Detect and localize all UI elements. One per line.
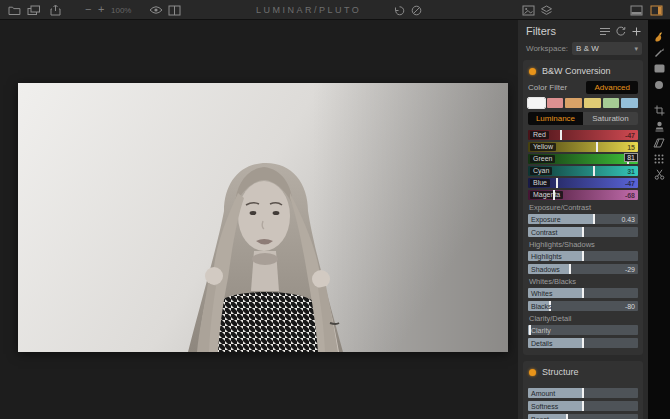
slider-label: Green xyxy=(530,155,555,163)
color-channel-slider[interactable]: Red -47 xyxy=(528,130,638,140)
slider-thumb[interactable] xyxy=(596,142,598,152)
stacked-layers-icon[interactable] xyxy=(540,4,553,16)
zoom-in-button[interactable]: + xyxy=(98,3,104,15)
preset-list-icon[interactable] xyxy=(600,27,610,36)
slider-thumb[interactable] xyxy=(553,190,555,200)
slider-value: 81 xyxy=(624,153,638,162)
advanced-button[interactable]: Advanced xyxy=(586,81,638,94)
edited-photo xyxy=(18,83,508,352)
filter-enabled-toggle[interactable] xyxy=(529,369,536,376)
adjustment-slider[interactable]: Softness xyxy=(528,401,638,411)
color-filter-label: Color Filter xyxy=(528,83,567,92)
slider-thumb[interactable] xyxy=(582,227,584,237)
bottom-panel-icon[interactable] xyxy=(630,4,643,16)
image-canvas-area xyxy=(0,20,518,419)
adjustment-slider[interactable]: Blacks -80 xyxy=(528,301,638,311)
slider-label: Blacks xyxy=(531,303,552,310)
tone-groups: Exposure/Contrast Exposure 0.43 Contrast… xyxy=(528,203,638,348)
eraser-icon[interactable] xyxy=(652,136,666,149)
undo-icon[interactable] xyxy=(393,4,405,16)
slider-thumb[interactable] xyxy=(593,166,595,176)
bw-conversion-card: B&W Conversion Color Filter Advanced Lum… xyxy=(523,60,643,355)
structure-card: Structure Amount Softness Boost xyxy=(523,361,643,419)
brush-icon[interactable] xyxy=(652,46,666,59)
slider-label: Whites xyxy=(531,290,552,297)
slider-label: Magenta xyxy=(530,191,563,199)
adjustment-slider[interactable]: Amount xyxy=(528,388,638,398)
zoom-out-button[interactable]: − xyxy=(85,3,91,15)
slider-value: -29 xyxy=(625,266,635,273)
slider-thumb[interactable] xyxy=(560,130,562,140)
folder-icon[interactable] xyxy=(8,4,21,16)
slider-label: Amount xyxy=(531,390,555,397)
top-toolbar: − + 100% LUMINAR/PLUTO xyxy=(0,0,670,20)
tab-luminance[interactable]: Luminance xyxy=(528,112,583,125)
zoom-level[interactable]: 100% xyxy=(111,4,131,16)
adjust-brush-icon[interactable] xyxy=(652,30,666,43)
radial-mask-icon[interactable] xyxy=(652,78,666,91)
swatch-row xyxy=(528,98,638,108)
slider-thumb[interactable] xyxy=(566,414,568,419)
adjustment-slider[interactable]: Whites xyxy=(528,288,638,298)
slider-value: -80 xyxy=(625,303,635,310)
eye-icon[interactable] xyxy=(149,4,163,16)
crop-icon[interactable] xyxy=(652,104,666,117)
tab-saturation[interactable]: Saturation xyxy=(583,112,638,125)
gradient-mask-icon[interactable] xyxy=(652,62,666,75)
compare-split-icon[interactable] xyxy=(168,4,181,16)
workspace-label: Workspace: xyxy=(526,44,568,53)
slider-thumb[interactable] xyxy=(569,264,571,274)
slider-label: Blue xyxy=(530,179,550,187)
color-swatch-red[interactable] xyxy=(547,98,564,108)
slider-thumb[interactable] xyxy=(582,288,584,298)
color-channel-slider[interactable]: Magenta -68 xyxy=(528,190,638,200)
color-swatch-orange[interactable] xyxy=(565,98,582,108)
slider-thumb[interactable] xyxy=(582,401,584,411)
discard-icon[interactable] xyxy=(411,4,422,16)
color-swatch-green[interactable] xyxy=(603,98,620,108)
scissors-icon[interactable] xyxy=(652,168,666,181)
filter-enabled-toggle[interactable] xyxy=(529,68,536,75)
luminar-app-window: − + 100% LUMINAR/PLUTO xyxy=(0,0,670,419)
adjustment-slider[interactable]: Clarity xyxy=(528,325,638,335)
slider-thumb[interactable] xyxy=(582,338,584,348)
export-icon[interactable] xyxy=(50,4,61,16)
reset-icon[interactable] xyxy=(616,26,626,36)
adjustment-slider[interactable]: Highlights xyxy=(528,251,638,261)
adjustment-slider[interactable]: Details xyxy=(528,338,638,348)
adjustment-slider[interactable]: Exposure 0.43 xyxy=(528,214,638,224)
slider-label: Contrast xyxy=(531,229,557,236)
denoise-icon[interactable] xyxy=(652,152,666,165)
photos-stack-icon[interactable] xyxy=(27,4,41,16)
slider-label: Clarity xyxy=(531,327,551,334)
slider-label: Shadows xyxy=(531,266,560,273)
color-channel-slider[interactable]: Yellow 15 xyxy=(528,142,638,152)
slider-thumb[interactable] xyxy=(582,388,584,398)
color-swatch-yellow[interactable] xyxy=(584,98,601,108)
color-swatch-blue[interactable] xyxy=(621,98,638,108)
right-panel-icon[interactable] xyxy=(650,4,663,16)
clone-stamp-icon[interactable] xyxy=(652,120,666,133)
adjustment-slider[interactable]: Contrast xyxy=(528,227,638,237)
slider-thumb[interactable] xyxy=(556,178,558,188)
app-title: LUMINAR/PLUTO xyxy=(256,5,361,15)
workspace-dropdown[interactable]: B & W ▾ xyxy=(572,42,642,55)
slider-group-header: Whites/Blacks xyxy=(529,277,638,286)
slider-group-header: Highlights/Shadows xyxy=(529,240,638,249)
slider-label: Yellow xyxy=(530,143,556,151)
color-channel-slider[interactable]: Blue -47 xyxy=(528,178,638,188)
add-filter-icon[interactable] xyxy=(632,27,641,36)
slider-thumb[interactable] xyxy=(593,214,595,224)
bw-conversion-title: B&W Conversion xyxy=(542,66,611,76)
adjustment-slider[interactable]: Shadows -29 xyxy=(528,264,638,274)
slider-label: Softness xyxy=(531,403,558,410)
image-icon[interactable] xyxy=(522,4,535,16)
adjustment-slider[interactable]: Boost xyxy=(528,414,638,419)
color-channel-slider[interactable]: Green 81 xyxy=(528,154,638,164)
slider-label: Cyan xyxy=(530,167,552,175)
slider-thumb[interactable] xyxy=(582,251,584,261)
color-swatch-none[interactable] xyxy=(528,98,545,108)
tools-toolbar xyxy=(648,20,670,419)
color-channel-slider[interactable]: Cyan 31 xyxy=(528,166,638,176)
filters-panel-header: Filters xyxy=(518,20,648,40)
